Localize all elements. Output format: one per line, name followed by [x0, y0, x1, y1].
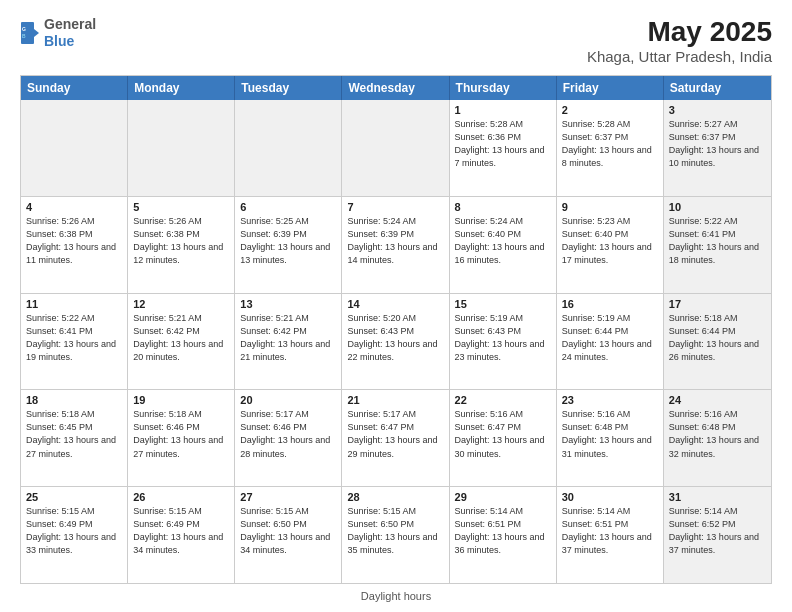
- calendar-cell: 31Sunrise: 5:14 AM Sunset: 6:52 PM Dayli…: [664, 487, 771, 583]
- day-number: 23: [562, 394, 658, 406]
- calendar-body: 1Sunrise: 5:28 AM Sunset: 6:36 PM Daylig…: [21, 100, 771, 583]
- day-number: 17: [669, 298, 766, 310]
- day-number: 4: [26, 201, 122, 213]
- logo-blue: Blue: [44, 33, 74, 49]
- day-number: 6: [240, 201, 336, 213]
- calendar-row: 4Sunrise: 5:26 AM Sunset: 6:38 PM Daylig…: [21, 197, 771, 294]
- day-number: 29: [455, 491, 551, 503]
- calendar-cell: 18Sunrise: 5:18 AM Sunset: 6:45 PM Dayli…: [21, 390, 128, 486]
- day-number: 20: [240, 394, 336, 406]
- calendar-row: 18Sunrise: 5:18 AM Sunset: 6:45 PM Dayli…: [21, 390, 771, 487]
- day-info: Sunrise: 5:20 AM Sunset: 6:43 PM Dayligh…: [347, 312, 443, 364]
- calendar-header-cell: Tuesday: [235, 76, 342, 100]
- day-number: 24: [669, 394, 766, 406]
- svg-marker-1: [34, 29, 39, 37]
- day-info: Sunrise: 5:14 AM Sunset: 6:52 PM Dayligh…: [669, 505, 766, 557]
- day-info: Sunrise: 5:15 AM Sunset: 6:49 PM Dayligh…: [26, 505, 122, 557]
- day-info: Sunrise: 5:15 AM Sunset: 6:49 PM Dayligh…: [133, 505, 229, 557]
- day-info: Sunrise: 5:28 AM Sunset: 6:36 PM Dayligh…: [455, 118, 551, 170]
- day-info: Sunrise: 5:27 AM Sunset: 6:37 PM Dayligh…: [669, 118, 766, 170]
- calendar-cell: 2Sunrise: 5:28 AM Sunset: 6:37 PM Daylig…: [557, 100, 664, 196]
- day-info: Sunrise: 5:15 AM Sunset: 6:50 PM Dayligh…: [240, 505, 336, 557]
- calendar-cell: 9Sunrise: 5:23 AM Sunset: 6:40 PM Daylig…: [557, 197, 664, 293]
- day-info: Sunrise: 5:25 AM Sunset: 6:39 PM Dayligh…: [240, 215, 336, 267]
- calendar-row: 11Sunrise: 5:22 AM Sunset: 6:41 PM Dayli…: [21, 294, 771, 391]
- calendar-cell: 22Sunrise: 5:16 AM Sunset: 6:47 PM Dayli…: [450, 390, 557, 486]
- day-info: Sunrise: 5:24 AM Sunset: 6:40 PM Dayligh…: [455, 215, 551, 267]
- day-number: 14: [347, 298, 443, 310]
- logo-icon: G B: [20, 21, 40, 45]
- calendar-cell: 7Sunrise: 5:24 AM Sunset: 6:39 PM Daylig…: [342, 197, 449, 293]
- day-number: 16: [562, 298, 658, 310]
- calendar-cell: 6Sunrise: 5:25 AM Sunset: 6:39 PM Daylig…: [235, 197, 342, 293]
- page: G B General Blue May 2025 Khaga, Uttar P…: [0, 0, 792, 612]
- day-number: 30: [562, 491, 658, 503]
- header: G B General Blue May 2025 Khaga, Uttar P…: [20, 16, 772, 65]
- calendar-cell: 17Sunrise: 5:18 AM Sunset: 6:44 PM Dayli…: [664, 294, 771, 390]
- day-number: 3: [669, 104, 766, 116]
- calendar-cell: 12Sunrise: 5:21 AM Sunset: 6:42 PM Dayli…: [128, 294, 235, 390]
- footer: Daylight hours: [20, 590, 772, 602]
- calendar-cell: [21, 100, 128, 196]
- day-info: Sunrise: 5:22 AM Sunset: 6:41 PM Dayligh…: [669, 215, 766, 267]
- day-info: Sunrise: 5:21 AM Sunset: 6:42 PM Dayligh…: [240, 312, 336, 364]
- calendar-cell: 20Sunrise: 5:17 AM Sunset: 6:46 PM Dayli…: [235, 390, 342, 486]
- day-info: Sunrise: 5:14 AM Sunset: 6:51 PM Dayligh…: [455, 505, 551, 557]
- calendar-cell: [342, 100, 449, 196]
- day-info: Sunrise: 5:26 AM Sunset: 6:38 PM Dayligh…: [26, 215, 122, 267]
- day-number: 2: [562, 104, 658, 116]
- day-info: Sunrise: 5:17 AM Sunset: 6:46 PM Dayligh…: [240, 408, 336, 460]
- day-info: Sunrise: 5:22 AM Sunset: 6:41 PM Dayligh…: [26, 312, 122, 364]
- day-info: Sunrise: 5:16 AM Sunset: 6:48 PM Dayligh…: [562, 408, 658, 460]
- day-number: 7: [347, 201, 443, 213]
- calendar-cell: 27Sunrise: 5:15 AM Sunset: 6:50 PM Dayli…: [235, 487, 342, 583]
- day-number: 15: [455, 298, 551, 310]
- calendar-cell: 13Sunrise: 5:21 AM Sunset: 6:42 PM Dayli…: [235, 294, 342, 390]
- calendar-cell: 14Sunrise: 5:20 AM Sunset: 6:43 PM Dayli…: [342, 294, 449, 390]
- day-number: 13: [240, 298, 336, 310]
- calendar-header-cell: Monday: [128, 76, 235, 100]
- calendar-cell: 25Sunrise: 5:15 AM Sunset: 6:49 PM Dayli…: [21, 487, 128, 583]
- day-number: 25: [26, 491, 122, 503]
- calendar-row: 25Sunrise: 5:15 AM Sunset: 6:49 PM Dayli…: [21, 487, 771, 583]
- calendar-cell: 29Sunrise: 5:14 AM Sunset: 6:51 PM Dayli…: [450, 487, 557, 583]
- day-info: Sunrise: 5:14 AM Sunset: 6:51 PM Dayligh…: [562, 505, 658, 557]
- day-number: 1: [455, 104, 551, 116]
- calendar-cell: 19Sunrise: 5:18 AM Sunset: 6:46 PM Dayli…: [128, 390, 235, 486]
- logo-text: General Blue: [44, 16, 96, 50]
- day-number: 10: [669, 201, 766, 213]
- day-number: 5: [133, 201, 229, 213]
- page-subtitle: Khaga, Uttar Pradesh, India: [587, 48, 772, 65]
- logo: G B General Blue: [20, 16, 96, 50]
- calendar-cell: 30Sunrise: 5:14 AM Sunset: 6:51 PM Dayli…: [557, 487, 664, 583]
- footer-text: Daylight hours: [361, 590, 431, 602]
- day-info: Sunrise: 5:26 AM Sunset: 6:38 PM Dayligh…: [133, 215, 229, 267]
- calendar-header-cell: Thursday: [450, 76, 557, 100]
- day-number: 8: [455, 201, 551, 213]
- day-info: Sunrise: 5:19 AM Sunset: 6:44 PM Dayligh…: [562, 312, 658, 364]
- day-number: 9: [562, 201, 658, 213]
- day-info: Sunrise: 5:18 AM Sunset: 6:45 PM Dayligh…: [26, 408, 122, 460]
- page-title: May 2025: [587, 16, 772, 48]
- calendar-cell: 5Sunrise: 5:26 AM Sunset: 6:38 PM Daylig…: [128, 197, 235, 293]
- day-info: Sunrise: 5:17 AM Sunset: 6:47 PM Dayligh…: [347, 408, 443, 460]
- day-info: Sunrise: 5:18 AM Sunset: 6:44 PM Dayligh…: [669, 312, 766, 364]
- day-info: Sunrise: 5:16 AM Sunset: 6:47 PM Dayligh…: [455, 408, 551, 460]
- calendar-header: SundayMondayTuesdayWednesdayThursdayFrid…: [21, 76, 771, 100]
- calendar-cell: 1Sunrise: 5:28 AM Sunset: 6:36 PM Daylig…: [450, 100, 557, 196]
- day-info: Sunrise: 5:28 AM Sunset: 6:37 PM Dayligh…: [562, 118, 658, 170]
- day-number: 22: [455, 394, 551, 406]
- day-info: Sunrise: 5:16 AM Sunset: 6:48 PM Dayligh…: [669, 408, 766, 460]
- calendar-cell: 23Sunrise: 5:16 AM Sunset: 6:48 PM Dayli…: [557, 390, 664, 486]
- calendar-cell: [235, 100, 342, 196]
- calendar-cell: 3Sunrise: 5:27 AM Sunset: 6:37 PM Daylig…: [664, 100, 771, 196]
- day-number: 21: [347, 394, 443, 406]
- day-number: 27: [240, 491, 336, 503]
- day-info: Sunrise: 5:23 AM Sunset: 6:40 PM Dayligh…: [562, 215, 658, 267]
- calendar-cell: 10Sunrise: 5:22 AM Sunset: 6:41 PM Dayli…: [664, 197, 771, 293]
- logo-general: General: [44, 16, 96, 32]
- svg-text:B: B: [22, 33, 26, 39]
- calendar-cell: 11Sunrise: 5:22 AM Sunset: 6:41 PM Dayli…: [21, 294, 128, 390]
- calendar-header-cell: Wednesday: [342, 76, 449, 100]
- calendar-cell: [128, 100, 235, 196]
